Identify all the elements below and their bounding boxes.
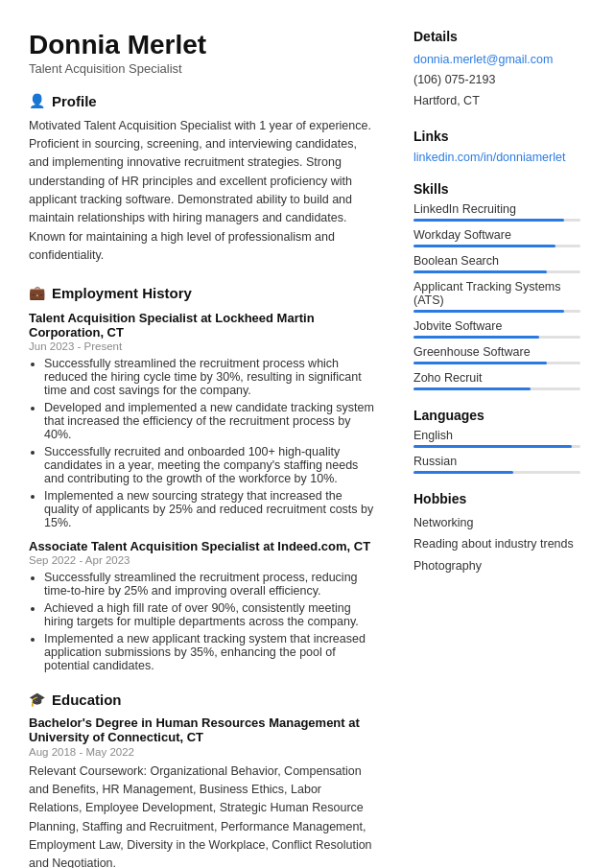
job-item: Talent Acquisition Specialist at Lockhee… <box>29 311 375 529</box>
education-label: Education <box>52 692 122 708</box>
job-bullet: Implemented a new applicant tracking sys… <box>44 632 375 672</box>
skill-item: Zoho Recruit <box>413 371 580 390</box>
skill-name: Workday Software <box>413 228 580 242</box>
employment-icon: 💼 <box>29 285 45 300</box>
details-section: Details donnia.merlet@gmail.com (106) 07… <box>413 29 580 111</box>
location-text: Hartford, CT <box>413 94 480 107</box>
linkedin-link[interactable]: linkedin.com/in/donniamerlet <box>413 151 565 164</box>
skill-name: Applicant Tracking Systems (ATS) <box>413 280 580 307</box>
job-title: Associate Talent Acquisition Specialist … <box>29 539 375 553</box>
job-bullets: Successfully streamlined the recruitment… <box>29 571 375 672</box>
skill-bar-fill <box>413 336 539 339</box>
hobby-item: Networking <box>413 512 580 534</box>
hobby-item: Photography <box>413 555 580 577</box>
job-bullet: Successfully streamlined the recruitment… <box>44 571 375 598</box>
skill-bar-fill <box>413 387 531 390</box>
job-bullets: Successfully streamlined the recruitment… <box>29 357 375 529</box>
skill-bar-fill <box>413 270 547 273</box>
skill-item: Jobvite Software <box>413 319 580 339</box>
resume-wrapper: Donnia Merlet Talent Acquisition Special… <box>0 0 614 868</box>
skills-section: Skills LinkedIn RecruitingWorkday Softwa… <box>413 181 580 390</box>
education-coursework: Relevant Coursework: Organizational Beha… <box>29 762 375 868</box>
skill-name: Boolean Search <box>413 254 580 268</box>
job-bullet: Achieved a high fill rate of over 90%, c… <box>44 601 375 628</box>
skill-bar-fill <box>413 362 547 364</box>
language-item: English <box>413 429 580 448</box>
candidate-name: Donnia Merlet <box>29 29 375 61</box>
job-bullet: Developed and implemented a new candidat… <box>44 401 375 441</box>
email-link[interactable]: donnia.merlet@gmail.com <box>413 53 553 66</box>
job-title: Talent Acquisition Specialist at Lockhee… <box>29 311 375 340</box>
education-degree: Bachelor's Degree in Human Resources Man… <box>29 716 375 744</box>
details-label: Details <box>413 29 580 44</box>
job-date: Jun 2023 - Present <box>29 340 375 352</box>
skill-bar-bg <box>413 387 580 390</box>
job-bullet: Successfully streamlined the recruitment… <box>44 357 375 397</box>
skill-name: Greenhouse Software <box>413 345 580 359</box>
education-date: Aug 2018 - May 2022 <box>29 746 375 758</box>
left-column: Donnia Merlet Talent Acquisition Special… <box>0 0 398 868</box>
skills-list: LinkedIn RecruitingWorkday SoftwareBoole… <box>413 202 580 390</box>
language-item: Russian <box>413 455 580 474</box>
skill-bar-bg <box>413 362 580 364</box>
job-date: Sep 2022 - Apr 2023 <box>29 554 375 566</box>
language-bar-fill <box>413 471 513 474</box>
links-section: Links linkedin.com/in/donniamerlet <box>413 129 580 164</box>
language-bar-bg <box>413 471 580 474</box>
skill-name: Jobvite Software <box>413 319 580 333</box>
phone-text: (106) 075-2193 <box>413 73 495 86</box>
skill-bar-fill <box>413 219 564 222</box>
skill-bar-fill <box>413 245 555 247</box>
hobbies-label: Hobbies <box>413 491 580 506</box>
skill-bar-bg <box>413 336 580 339</box>
language-bar-fill <box>413 445 572 448</box>
language-bar-bg <box>413 445 580 448</box>
languages-label: Languages <box>413 408 580 423</box>
profile-section: 👤 Profile Motivated Talent Acquisition S… <box>29 93 375 266</box>
job-bullet: Successfully recruited and onboarded 100… <box>44 445 375 485</box>
hobbies-list: NetworkingReading about industry trendsP… <box>413 512 580 577</box>
employment-section: 💼 Employment History Talent Acquisition … <box>29 285 375 672</box>
profile-text: Motivated Talent Acquisition Specialist … <box>29 117 375 266</box>
right-column: Details donnia.merlet@gmail.com (106) 07… <box>398 0 600 868</box>
profile-label: Profile <box>52 93 97 109</box>
skill-item: LinkedIn Recruiting <box>413 202 580 222</box>
skills-label: Skills <box>413 181 580 197</box>
hobbies-section: Hobbies NetworkingReading about industry… <box>413 491 580 577</box>
skill-bar-bg <box>413 310 580 313</box>
profile-icon: 👤 <box>29 93 45 108</box>
education-header: 🎓 Education <box>29 692 375 708</box>
skill-item: Boolean Search <box>413 254 580 273</box>
candidate-title: Talent Acquisition Specialist <box>29 61 375 76</box>
languages-list: EnglishRussian <box>413 429 580 474</box>
language-name: Russian <box>413 455 580 468</box>
education-icon: 🎓 <box>29 692 45 707</box>
skill-item: Greenhouse Software <box>413 345 580 364</box>
skill-name: LinkedIn Recruiting <box>413 202 580 216</box>
employment-header: 💼 Employment History <box>29 285 375 301</box>
hobby-item: Reading about industry trends <box>413 533 580 555</box>
header: Donnia Merlet Talent Acquisition Special… <box>29 29 375 76</box>
employment-label: Employment History <box>52 285 192 301</box>
skill-bar-bg <box>413 270 580 273</box>
skill-name: Zoho Recruit <box>413 371 580 385</box>
skill-bar-bg <box>413 245 580 247</box>
job-item: Associate Talent Acquisition Specialist … <box>29 539 375 672</box>
skill-item: Workday Software <box>413 228 580 247</box>
links-label: Links <box>413 129 580 144</box>
education-section: 🎓 Education Bachelor's Degree in Human R… <box>29 692 375 868</box>
jobs-list: Talent Acquisition Specialist at Lockhee… <box>29 311 375 672</box>
profile-header: 👤 Profile <box>29 93 375 109</box>
skill-bar-fill <box>413 310 564 313</box>
language-name: English <box>413 429 580 442</box>
skill-bar-bg <box>413 219 580 222</box>
skill-item: Applicant Tracking Systems (ATS) <box>413 280 580 313</box>
job-bullet: Implemented a new sourcing strategy that… <box>44 489 375 529</box>
languages-section: Languages EnglishRussian <box>413 408 580 474</box>
